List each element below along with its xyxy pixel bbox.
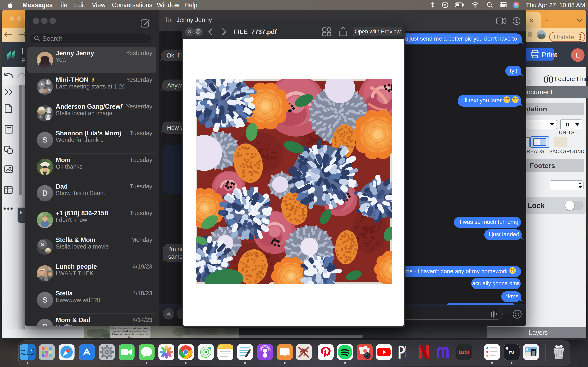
svg-text:tubi: tubi — [459, 349, 469, 355]
svg-text:tv: tv — [509, 349, 515, 356]
